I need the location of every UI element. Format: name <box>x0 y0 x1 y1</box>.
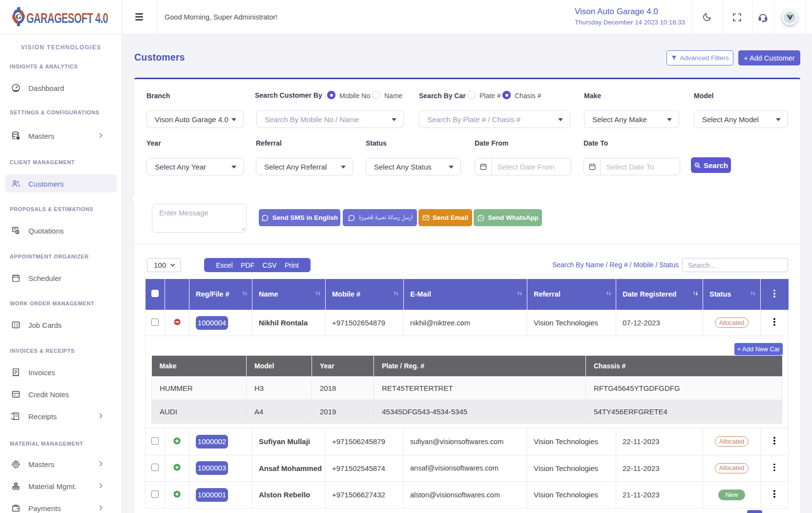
svg-text:G: G <box>16 13 21 21</box>
